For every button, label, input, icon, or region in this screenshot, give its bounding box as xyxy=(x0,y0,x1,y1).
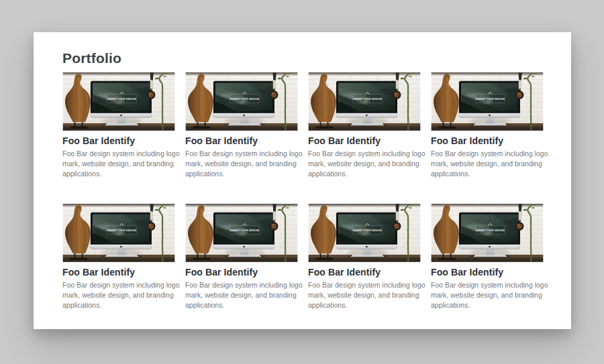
description-line: Foo Bar design system including logo xyxy=(308,149,421,159)
imac-desk-mockup-image[interactable] xyxy=(185,72,298,131)
portfolio-item-title: Foo Bar Identify xyxy=(431,267,544,278)
description-line: applications. xyxy=(431,300,544,310)
description-line: mark, website design, and branding xyxy=(308,290,421,300)
portfolio-item-description: Foo Bar design system including logomark… xyxy=(62,149,175,179)
portfolio-item: Foo Bar Identify Foo Bar design system i… xyxy=(185,204,298,310)
portfolio-item: Foo Bar Identify Foo Bar design system i… xyxy=(431,72,544,179)
imac-desk-mockup-image[interactable] xyxy=(431,72,544,131)
portfolio-grid: Foo Bar Identify Foo Bar design system i… xyxy=(62,72,544,310)
imac-desk-mockup-image[interactable] xyxy=(62,72,175,131)
imac-desk-mockup-image[interactable] xyxy=(431,204,544,262)
portfolio-item: Foo Bar Identify Foo Bar design system i… xyxy=(62,72,175,179)
portfolio-item-title: Foo Bar Identify xyxy=(431,135,544,146)
description-line: mark, website design, and branding xyxy=(185,159,298,169)
imac-desk-mockup-image[interactable] xyxy=(62,204,175,262)
portfolio-item-description: Foo Bar design system including logomark… xyxy=(185,149,298,179)
description-line: mark, website design, and branding xyxy=(62,290,175,300)
description-line: applications. xyxy=(431,169,544,179)
description-line: applications. xyxy=(308,300,421,310)
portfolio-item-title: Foo Bar Identify xyxy=(308,135,421,146)
description-line: mark, website design, and branding xyxy=(308,159,421,169)
portfolio-item-description: Foo Bar design system including logomark… xyxy=(185,280,298,310)
portfolio-item: Foo Bar Identify Foo Bar design system i… xyxy=(308,204,421,310)
portfolio-item-description: Foo Bar design system including logomark… xyxy=(431,149,544,179)
description-line: Foo Bar design system including logo xyxy=(308,280,421,290)
description-line: applications. xyxy=(185,169,298,179)
portfolio-card: Portfolio Foo Bar Identify Foo Bar desig… xyxy=(34,32,571,329)
portfolio-item-description: Foo Bar design system including logomark… xyxy=(308,280,421,310)
imac-desk-mockup-image[interactable] xyxy=(308,204,421,262)
imac-desk-mockup-image[interactable] xyxy=(185,204,298,262)
description-line: mark, website design, and branding xyxy=(431,290,544,300)
description-line: applications. xyxy=(62,169,175,179)
description-line: Foo Bar design system including logo xyxy=(431,149,544,159)
portfolio-item-title: Foo Bar Identify xyxy=(185,135,298,146)
description-line: mark, website design, and branding xyxy=(62,159,175,169)
portfolio-item-description: Foo Bar design system including logomark… xyxy=(308,149,421,179)
portfolio-item-description: Foo Bar design system including logomark… xyxy=(62,280,175,310)
portfolio-item: Foo Bar Identify Foo Bar design system i… xyxy=(431,204,544,310)
portfolio-item-title: Foo Bar Identify xyxy=(185,267,298,278)
portfolio-item: Foo Bar Identify Foo Bar design system i… xyxy=(185,72,298,179)
portfolio-item: Foo Bar Identify Foo Bar design system i… xyxy=(62,204,175,310)
imac-desk-mockup-image[interactable] xyxy=(308,72,421,131)
description-line: mark, website design, and branding xyxy=(431,159,544,169)
description-line: applications. xyxy=(62,300,175,310)
page-title: Portfolio xyxy=(62,50,544,67)
description-line: Foo Bar design system including logo xyxy=(431,280,544,290)
description-line: applications. xyxy=(185,300,298,310)
description-line: Foo Bar design system including logo xyxy=(185,280,298,290)
portfolio-item: Foo Bar Identify Foo Bar design system i… xyxy=(308,72,421,179)
portfolio-item-title: Foo Bar Identify xyxy=(62,135,175,146)
description-line: Foo Bar design system including logo xyxy=(185,149,298,159)
portfolio-item-title: Foo Bar Identify xyxy=(62,267,175,278)
description-line: Foo Bar design system including logo xyxy=(62,280,175,290)
description-line: Foo Bar design system including logo xyxy=(62,149,175,159)
portfolio-item-title: Foo Bar Identify xyxy=(308,267,421,278)
portfolio-item-description: Foo Bar design system including logomark… xyxy=(431,280,544,310)
description-line: applications. xyxy=(308,169,421,179)
description-line: mark, website design, and branding xyxy=(185,290,298,300)
